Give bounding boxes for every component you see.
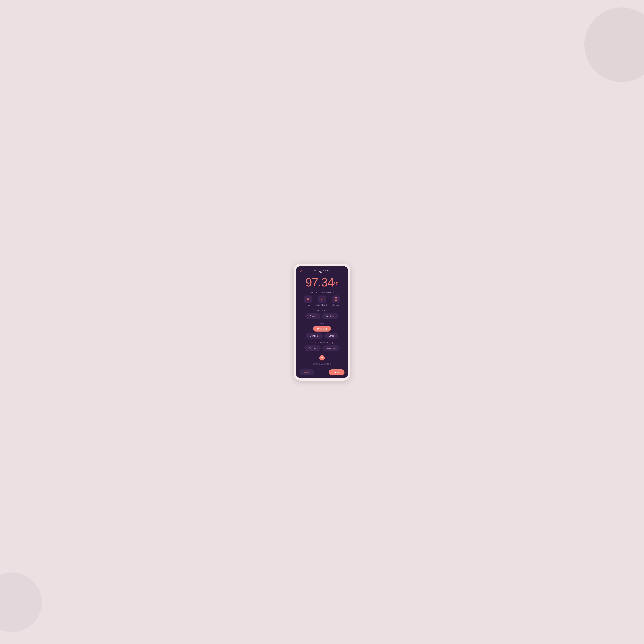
slept-differently-option[interactable]: Zz Slept differently xyxy=(316,295,328,306)
slept-differently-label: Slept differently xyxy=(316,304,328,306)
more-button[interactable]: MORE xyxy=(299,369,314,375)
sex-label: SEX xyxy=(299,322,345,324)
sleep-icon: Zz xyxy=(318,295,326,303)
sex-section: SEX Protected Condom Other xyxy=(296,320,348,340)
hungover-icon xyxy=(332,295,340,303)
ovulation-test-section: OVULATION TEST (LH) Positive Negative xyxy=(296,340,348,352)
close-button[interactable]: ✕ xyxy=(299,270,302,273)
bleeding-options: Period Spotting xyxy=(299,313,345,319)
exclude-temperature-options: Sick Zz Slept differently xyxy=(299,295,345,306)
hungover-label: Hungover xyxy=(332,304,340,306)
temperature-value: 97.34 xyxy=(305,276,334,289)
sex-options: Condom Other xyxy=(299,333,345,339)
sick-label: Sick xyxy=(306,304,310,306)
exclude-temperature-section: EXCLUDE TEMPERATURE Sick Zz Slept xyxy=(296,291,348,308)
bleeding-section: BLEEDING Period Spotting xyxy=(296,308,348,320)
svg-rect-3 xyxy=(335,297,337,298)
negative-button[interactable]: Negative xyxy=(322,345,340,351)
expand-row xyxy=(296,354,348,362)
hungover-option[interactable]: Hungover xyxy=(332,295,340,306)
header-navigation: ‹ › xyxy=(341,270,345,273)
cervical-mucus-label: CERVICAL MUCUS xyxy=(299,363,345,365)
phone-frame: ✕ Today, CD 2 ‹ › 97.34°F EXCLUDE TEMPER… xyxy=(294,263,350,381)
nav-next-button[interactable]: › xyxy=(344,270,345,273)
save-button[interactable]: SAVE xyxy=(329,369,345,375)
nav-prev-button[interactable]: ‹ xyxy=(341,270,342,273)
svg-point-1 xyxy=(307,299,309,300)
protected-button-row: Protected xyxy=(299,326,345,332)
sick-option[interactable]: Sick xyxy=(304,295,312,306)
sick-icon xyxy=(304,295,312,303)
bleeding-label: BLEEDING xyxy=(299,310,345,312)
exclude-temperature-label: EXCLUDE TEMPERATURE xyxy=(299,292,345,294)
temperature-display: 97.34°F xyxy=(296,275,348,291)
ovulation-test-label: OVULATION TEST (LH) xyxy=(299,342,345,344)
temperature-unit: °F xyxy=(334,281,339,286)
other-button[interactable]: Other xyxy=(324,333,338,339)
page-title: Today, CD 2 xyxy=(314,270,329,273)
condom-button[interactable]: Condom xyxy=(306,333,323,339)
period-button[interactable]: Period xyxy=(305,313,320,319)
ovulation-test-options: Positive Negative xyxy=(299,345,345,351)
protected-button[interactable]: Protected xyxy=(313,326,331,332)
expand-button[interactable] xyxy=(319,355,325,360)
cervical-mucus-peek: CERVICAL MUCUS xyxy=(296,362,348,367)
header: ✕ Today, CD 2 ‹ › xyxy=(296,266,348,275)
spotting-button[interactable]: Spotting xyxy=(322,313,339,319)
footer: MORE SAVE xyxy=(296,367,348,378)
positive-button[interactable]: Positive xyxy=(304,345,321,351)
svg-rect-2 xyxy=(335,298,337,301)
phone-screen: ✕ Today, CD 2 ‹ › 97.34°F EXCLUDE TEMPER… xyxy=(296,266,348,378)
